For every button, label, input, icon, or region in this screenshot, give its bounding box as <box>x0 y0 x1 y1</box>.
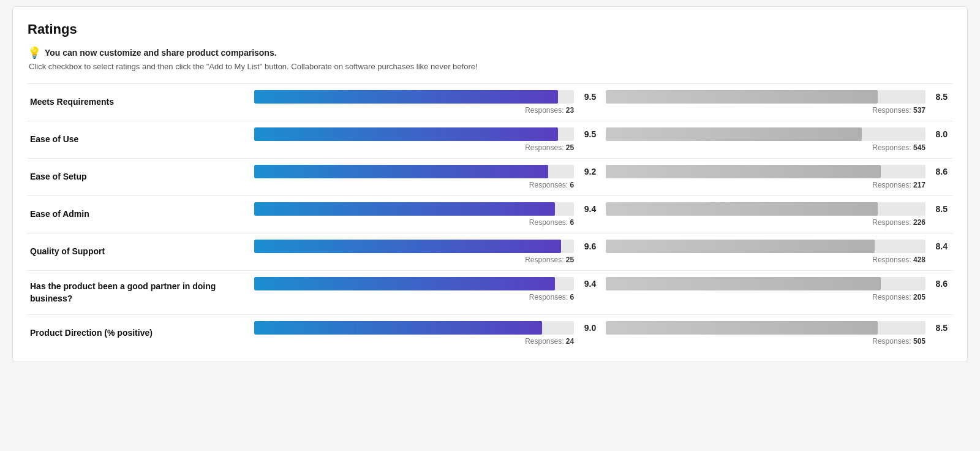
product2-responses: Responses: 226 <box>606 218 948 227</box>
product2-responses: Responses: 428 <box>606 256 948 264</box>
product1-bar-track <box>254 202 574 216</box>
table-row: Has the product been a good partner in d… <box>28 271 952 315</box>
product1-bar-track <box>254 90 574 104</box>
product1-score: 9.6 <box>578 241 596 251</box>
product2-bar-cell: 8.6Responses: 217 <box>601 159 952 196</box>
product2-responses: Responses: 537 <box>606 106 948 115</box>
ratings-table: Meets Requirements9.5Responses: 238.5Res… <box>28 83 952 352</box>
table-row: Ease of Use9.5Responses: 258.0Responses:… <box>28 121 952 159</box>
product2-bar-cell: 8.4Responses: 428 <box>601 233 952 271</box>
product1-bar-cell: 9.0Responses: 24 <box>249 315 601 352</box>
row-label: Ease of Admin <box>30 208 242 221</box>
product2-bar-track <box>606 321 925 335</box>
product2-responses: Responses: 205 <box>606 293 948 301</box>
ratings-card: Ratings 💡 You can now customize and shar… <box>12 6 968 362</box>
row-label-cell: Has the product been a good partner in d… <box>28 271 249 315</box>
table-row: Meets Requirements9.5Responses: 238.5Res… <box>28 84 952 121</box>
product2-responses: Responses: 217 <box>606 181 948 189</box>
product2-score: 8.5 <box>929 92 948 102</box>
product2-score: 8.5 <box>929 204 948 214</box>
product1-bar-cell: 9.5Responses: 23 <box>249 84 601 121</box>
product1-bar-track <box>254 321 574 335</box>
table-row: Quality of Support9.6Responses: 258.4Res… <box>28 233 952 271</box>
product1-bar-cell: 9.4Responses: 6 <box>249 271 601 315</box>
product1-bar-track <box>254 240 574 253</box>
product2-score: 8.5 <box>929 323 948 333</box>
product1-responses: Responses: 24 <box>254 337 596 346</box>
row-label-cell: Meets Requirements <box>28 84 249 121</box>
row-label-cell: Ease of Setup <box>28 159 249 196</box>
card-title: Ratings <box>28 21 952 37</box>
product1-bar-track <box>254 127 574 141</box>
product1-score: 9.2 <box>578 167 596 176</box>
product1-bar-cell: 9.2Responses: 6 <box>249 159 601 196</box>
product2-score: 8.6 <box>929 167 948 176</box>
product2-bar-cell: 8.6Responses: 205 <box>601 271 952 315</box>
row-label-cell: Ease of Use <box>28 121 249 159</box>
table-row: Ease of Admin9.4Responses: 68.5Responses… <box>28 196 952 233</box>
product2-bar-track <box>606 277 925 290</box>
product1-score: 9.0 <box>578 323 596 333</box>
product2-score: 8.0 <box>929 129 948 139</box>
product1-responses: Responses: 6 <box>254 181 596 189</box>
product2-bar-track <box>606 240 925 253</box>
product2-bar-cell: 8.5Responses: 537 <box>601 84 952 121</box>
product1-score: 9.5 <box>578 92 596 102</box>
product2-score: 8.4 <box>929 241 948 251</box>
banner-line1-container: 💡 You can now customize and share produc… <box>28 46 952 59</box>
row-label: Has the product been a good partner in d… <box>30 281 242 305</box>
product1-bar-cell: 9.4Responses: 6 <box>249 196 601 233</box>
table-row: Product Direction (% positive)9.0Respons… <box>28 315 952 352</box>
product1-responses: Responses: 25 <box>254 143 596 152</box>
product2-responses: Responses: 545 <box>606 143 948 152</box>
row-label: Quality of Support <box>30 246 242 258</box>
product1-score: 9.5 <box>578 129 596 139</box>
product1-bar-cell: 9.5Responses: 25 <box>249 121 601 159</box>
product1-responses: Responses: 6 <box>254 218 596 227</box>
bulb-icon: 💡 <box>28 46 41 59</box>
info-banner: 💡 You can now customize and share produc… <box>28 46 952 71</box>
product1-bar-track <box>254 165 574 178</box>
product2-bar-track <box>606 202 925 216</box>
product1-score: 9.4 <box>578 204 596 214</box>
product1-bar-cell: 9.6Responses: 25 <box>249 233 601 271</box>
table-row: Ease of Setup9.2Responses: 68.6Responses… <box>28 159 952 196</box>
product1-score: 9.4 <box>578 279 596 289</box>
product1-responses: Responses: 6 <box>254 293 596 301</box>
row-label: Ease of Use <box>30 134 242 146</box>
product2-bar-cell: 8.0Responses: 545 <box>601 121 952 159</box>
product2-bar-track <box>606 127 925 141</box>
product2-bar-cell: 8.5Responses: 226 <box>601 196 952 233</box>
product2-score: 8.6 <box>929 279 948 289</box>
banner-line2-text: Click checkbox to select ratings and the… <box>28 62 952 71</box>
product2-responses: Responses: 505 <box>606 337 948 346</box>
product2-bar-cell: 8.5Responses: 505 <box>601 315 952 352</box>
product1-responses: Responses: 25 <box>254 256 596 264</box>
product2-bar-track <box>606 90 925 104</box>
row-label: Product Direction (% positive) <box>30 327 242 339</box>
row-label: Meets Requirements <box>30 96 242 108</box>
product1-bar-track <box>254 277 574 290</box>
product1-responses: Responses: 23 <box>254 106 596 115</box>
banner-line1-text: You can now customize and share product … <box>45 48 277 58</box>
row-label: Ease of Setup <box>30 171 242 183</box>
row-label-cell: Quality of Support <box>28 233 249 271</box>
row-label-cell: Product Direction (% positive) <box>28 315 249 352</box>
product2-bar-track <box>606 165 925 178</box>
row-label-cell: Ease of Admin <box>28 196 249 233</box>
